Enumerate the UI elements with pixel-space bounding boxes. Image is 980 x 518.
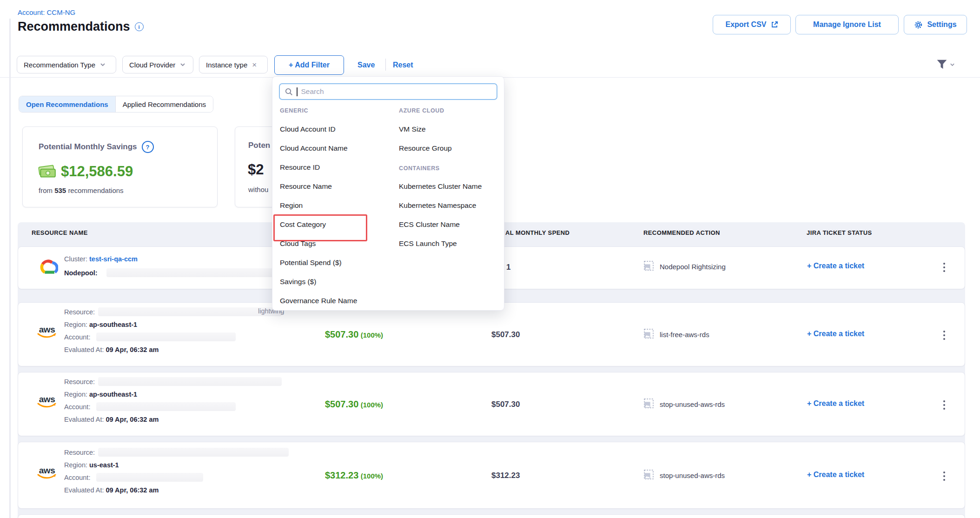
potential-monthly-savings-card: Potential Monthly Savings ? $12,586.59 f… xyxy=(22,126,218,207)
search-icon xyxy=(285,88,293,96)
cluster-name-link[interactable]: test-sri-qa-ccm xyxy=(89,255,138,263)
filter-option[interactable]: Kubernetes Namespace xyxy=(399,201,476,210)
account-label: Account: xyxy=(64,474,90,481)
filter-chip-recommendation-type[interactable]: Recommendation Type xyxy=(17,56,116,73)
column-header-resource-name: RESOURCE NAME xyxy=(32,229,88,236)
broken-image-icon xyxy=(644,261,654,271)
filter-links-divider xyxy=(385,59,386,71)
create-ticket-link[interactable]: + Create a ticket xyxy=(807,330,864,338)
filter-option[interactable]: VM Size xyxy=(399,125,426,133)
create-ticket-link[interactable]: + Create a ticket xyxy=(807,399,864,408)
redacted-resource-value xyxy=(98,448,289,457)
savings-from-suffix: recommendations xyxy=(68,186,123,194)
text-caret xyxy=(297,87,298,96)
tab-applied-label: Applied Recommendations xyxy=(123,100,206,108)
recommended-action-label: Nodepool Rightsizing xyxy=(660,263,726,271)
savings-from-line: from 535 recommendations xyxy=(39,186,124,194)
settings-button[interactable]: Settings xyxy=(904,15,967,34)
monthly-spend-value: $312.23 xyxy=(491,471,520,480)
info-icon[interactable]: i xyxy=(135,22,144,31)
spend-card-label-text: Poten xyxy=(248,141,270,150)
recommended-action-label: stop-unused-aws-rds xyxy=(660,400,725,408)
table-row[interactable]: aws Resource: Region: ap-southeast-1 Acc… xyxy=(18,372,965,436)
help-icon[interactable]: ? xyxy=(142,141,154,153)
column-header-recommended-action: RECOMMENDED ACTION xyxy=(643,229,720,236)
redacted-resource-value xyxy=(98,307,282,316)
create-ticket-link[interactable]: + Create a ticket xyxy=(807,471,864,479)
tab-applied-recommendations[interactable]: Applied Recommendations xyxy=(116,96,213,112)
aws-icon: aws xyxy=(36,326,58,339)
create-ticket-link[interactable]: + Create a ticket xyxy=(807,262,864,270)
filter-chip-label: Recommendation Type xyxy=(24,61,95,69)
evaluated-label: Evaluated At: xyxy=(64,486,104,494)
filter-option[interactable]: Governance Rule Name xyxy=(280,297,357,305)
chevron-down-icon xyxy=(100,63,106,66)
add-filter-dropdown: Search GENERIC Cloud Account ID Cloud Ac… xyxy=(272,76,504,311)
filter-option[interactable]: Cloud Account ID xyxy=(280,125,336,133)
recommendations-tabs: Open Recommendations Applied Recommendat… xyxy=(19,96,213,113)
redacted-account-value xyxy=(96,473,203,482)
add-filter-label: + Add Filter xyxy=(289,61,330,69)
monthly-savings-cell: $507.30 (100%) xyxy=(325,329,383,340)
row-menu-icon[interactable] xyxy=(941,261,947,274)
filter-option[interactable]: ECS Launch Type xyxy=(399,239,457,248)
table-row[interactable]: aws Resource: Region: us-east-1 Account:… xyxy=(18,442,965,509)
evaluated-label: Evaluated At: xyxy=(64,346,104,353)
aws-icon: aws xyxy=(36,467,58,479)
region-label: Region: xyxy=(64,391,87,398)
section-header-containers: CONTAINERS xyxy=(399,165,440,172)
reset-filter-link[interactable]: Reset xyxy=(393,61,413,69)
spend-amount: $2 xyxy=(248,161,264,178)
funnel-icon xyxy=(936,59,947,70)
evaluated-value: 09 Apr, 06:32 am xyxy=(106,486,159,494)
region-value: ap-southeast-1 xyxy=(89,391,137,398)
savings-card-label: Potential Monthly Savings ? xyxy=(39,141,154,153)
recommended-action-label: list-free-aws-rds xyxy=(660,331,709,339)
column-header-jira-ticket-status: JIRA TICKET STATUS xyxy=(807,229,872,236)
row-menu-icon[interactable] xyxy=(941,398,947,412)
row-menu-icon[interactable] xyxy=(941,329,947,342)
tab-open-recommendations[interactable]: Open Recommendations xyxy=(19,96,116,112)
monthly-spend-value: $507.30 xyxy=(491,400,520,409)
gcp-icon xyxy=(37,258,58,276)
resource-label: Resource: xyxy=(64,449,95,456)
filter-option[interactable]: Resource ID xyxy=(280,163,320,172)
filter-option[interactable]: Cloud Account Name xyxy=(280,144,348,153)
monthly-spend-value: $507.30 xyxy=(491,330,520,339)
table-row[interactable]: aws Resource: lightwing Region: ap-south… xyxy=(18,302,965,366)
manage-ignore-list-button[interactable]: Manage Ignore List xyxy=(795,15,899,34)
filter-option[interactable]: Resource Name xyxy=(280,182,332,191)
add-filter-button[interactable]: + Add Filter xyxy=(274,55,344,75)
filter-chip-instance-type[interactable]: Instance type × xyxy=(199,56,268,73)
account-label: Account: xyxy=(64,403,90,411)
redacted-account-value xyxy=(96,332,236,341)
external-link-icon xyxy=(771,21,778,28)
region-value: ap-southeast-1 xyxy=(89,321,137,328)
filter-search-field[interactable]: Search xyxy=(279,83,497,100)
row-menu-icon[interactable] xyxy=(941,470,947,483)
filter-panel-toggle[interactable] xyxy=(936,59,955,70)
search-placeholder: Search xyxy=(301,87,324,96)
filter-option[interactable]: Region xyxy=(280,201,303,210)
filter-option[interactable]: Savings ($) xyxy=(280,278,316,286)
savings-from-prefix: from xyxy=(39,186,53,194)
manage-ignore-list-label: Manage Ignore List xyxy=(813,20,881,29)
monthly-savings-cell: $312.23 (100%) xyxy=(325,470,383,481)
filter-chip-label: Instance type xyxy=(206,61,247,69)
filter-option[interactable]: Kubernetes Cluster Name xyxy=(399,182,482,191)
cluster-label: Cluster: xyxy=(64,255,87,263)
breadcrumb[interactable]: Account: CCM-NG xyxy=(18,8,75,16)
broken-image-icon xyxy=(644,398,654,408)
table-row-partial xyxy=(18,514,965,518)
filter-chip-cloud-provider[interactable]: Cloud Provider xyxy=(122,56,193,73)
page-title-text: Recommendations xyxy=(18,20,130,34)
tab-open-label: Open Recommendations xyxy=(26,100,108,108)
close-icon[interactable]: × xyxy=(252,61,257,69)
evaluated-label: Evaluated At: xyxy=(64,416,104,423)
filter-option[interactable]: Potential Spend ($) xyxy=(280,259,342,267)
filter-option[interactable]: Resource Group xyxy=(399,144,452,153)
broken-image-icon xyxy=(644,470,654,479)
save-filter-link[interactable]: Save xyxy=(358,61,375,69)
export-csv-button[interactable]: Export CSV xyxy=(713,15,791,34)
filter-option[interactable]: ECS Cluster Name xyxy=(399,220,460,229)
